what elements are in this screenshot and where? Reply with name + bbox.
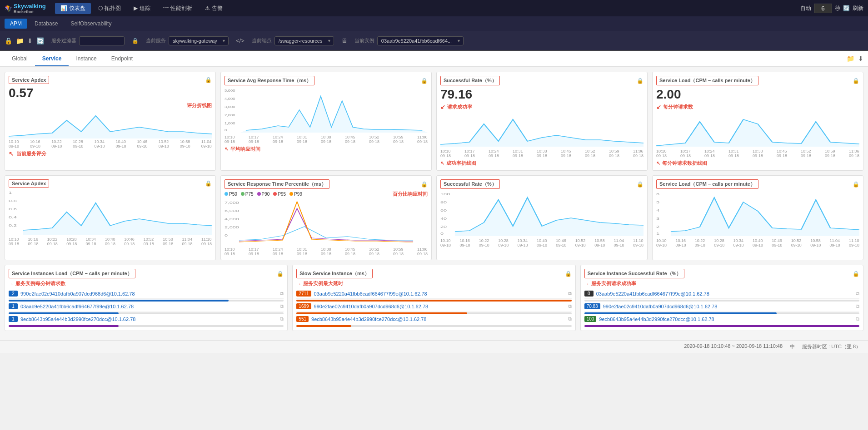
tab-bar: Global Service Instance Endpoint 📁 ⬇ bbox=[0, 51, 868, 67]
tab-instance[interactable]: Instance bbox=[69, 52, 104, 66]
sub-nav-database[interactable]: Database bbox=[29, 19, 63, 29]
instance-success-copy-2[interactable]: ⧉ bbox=[856, 303, 859, 309]
auto-label: 自动 bbox=[800, 5, 811, 12]
service-load-value: 2.00 bbox=[656, 87, 859, 102]
slow-instance-progress-3 bbox=[296, 325, 571, 327]
service-filter-input[interactable] bbox=[79, 36, 125, 45]
filter-bar: 🔒 📁 ⬇ 🔄 服务过滤器 🔒 当前服务 skywalking-gateway … bbox=[0, 31, 868, 51]
nav-dashboard[interactable]: 📊 仪表盘 bbox=[55, 3, 91, 14]
bottom-status: 2020-09-18 10:10:48 ~ 2020-09-18 11:10:4… bbox=[0, 340, 868, 353]
svg-text:5: 5 bbox=[656, 200, 659, 204]
tab-folder-icon[interactable]: 📁 bbox=[847, 55, 854, 62]
download-icon[interactable]: ⬇ bbox=[27, 37, 33, 44]
success-rate-lock: 🔒 bbox=[637, 78, 644, 84]
instances-load-title: Service Instances Load（CPM – calls per m… bbox=[9, 269, 135, 278]
percentile-card: Service Response Time Percentile（ms） 🔒 P… bbox=[220, 175, 432, 260]
percentile-header: Service Response Time Percentile（ms） 🔒 bbox=[224, 179, 428, 189]
service-load-annotation2: 每分钟请求数折线图 bbox=[662, 160, 707, 167]
nav-topology[interactable]: ⬡ 拓扑图 bbox=[93, 3, 126, 14]
nav-profiling[interactable]: 〰 性能剖析 bbox=[158, 3, 198, 14]
instance-success-name-3: 9ecb8643b95a4e44b3d2990fce270dcc@10.1.62… bbox=[599, 316, 853, 322]
avg-response-lock: 🔒 bbox=[421, 78, 428, 84]
svg-text:0.2: 0.2 bbox=[9, 223, 17, 227]
tab-endpoint[interactable]: Endpoint bbox=[104, 52, 140, 66]
refresh-icon[interactable]: 🔄 bbox=[843, 5, 850, 11]
refresh-label[interactable]: 刷新 bbox=[853, 5, 863, 12]
svg-marker-9 bbox=[656, 119, 859, 147]
time-range: 2020-09-18 10:10:48 ~ 2020-09-18 11:10:4… bbox=[684, 343, 783, 350]
svg-text:2,000: 2,000 bbox=[224, 225, 239, 229]
success-rate-line-title: Successful Rate（%） bbox=[440, 179, 500, 189]
apdex-chart-annotation: 评分折线图 bbox=[187, 102, 212, 109]
success-rate-annotation: 请求成功率 bbox=[447, 104, 472, 110]
instance-copy-1[interactable]: ⧉ bbox=[280, 291, 284, 297]
nav-alarm[interactable]: ⚠ 告警 bbox=[200, 3, 228, 14]
svg-text:100: 100 bbox=[440, 192, 450, 196]
current-instance-select-wrap: 03aab9e5220a41fbb6cadf664... bbox=[377, 36, 464, 45]
sub-nav-self[interactable]: SelfObservability bbox=[65, 19, 117, 29]
svg-text:0: 0 bbox=[440, 231, 444, 235]
legend-p99: P99 bbox=[289, 192, 302, 197]
service-apdex-chart bbox=[9, 102, 212, 138]
service-filter-label: 服务过滤器 bbox=[51, 37, 76, 44]
instance-success-badge-3: 100 bbox=[584, 316, 597, 322]
instance-copy-2[interactable]: ⧉ bbox=[280, 303, 284, 309]
instance-success-row-3: 100 9ecb8643b95a4e44b3d2990fce270dcc@10.… bbox=[584, 314, 859, 324]
service-load-line-title: Service Load（CPM – calls per minute） bbox=[656, 179, 758, 189]
service-apdex-lock: 🔒 bbox=[205, 77, 212, 83]
brand-logo: 🪁 Skywalking Rocketbot bbox=[5, 3, 46, 14]
filter-icons: 🔒 📁 ⬇ 🔄 bbox=[5, 37, 44, 44]
svg-text:7,000: 7,000 bbox=[224, 200, 239, 204]
tab-service[interactable]: Service bbox=[35, 52, 69, 66]
success-rate-line-x-axis: 10:1009-1810:1609-1810:2209-1810:2809-18… bbox=[440, 238, 644, 247]
slow-instance-copy-1[interactable]: ⧉ bbox=[568, 291, 572, 297]
slow-instance-name-2: 990e2fae02c9410dafb0a907dcd968d6@10.1.62… bbox=[314, 304, 565, 309]
avg-response-card: Service Avg Response Time（ms） 🔒 5,000 4,… bbox=[220, 72, 432, 171]
instance-success-copy-1[interactable]: ⧉ bbox=[856, 291, 859, 297]
svg-text:1,000: 1,000 bbox=[224, 121, 235, 125]
current-endpoint-select[interactable]: /swagger-resources bbox=[274, 36, 334, 45]
current-service-select-wrap: skywalking-gateway bbox=[169, 36, 229, 45]
refresh-small-icon[interactable]: 🔄 bbox=[36, 37, 44, 44]
svg-text:4,000: 4,000 bbox=[224, 217, 239, 221]
service-apdex-line-chart: 1 0.8 0.6 0.4 0.2 bbox=[9, 189, 212, 235]
service-load-lock: 🔒 bbox=[853, 78, 859, 84]
seconds-unit: 秒 bbox=[835, 5, 840, 12]
avg-response-title: Service Avg Response Time（ms） bbox=[224, 76, 314, 85]
seconds-input[interactable] bbox=[814, 4, 832, 13]
svg-text:3: 3 bbox=[656, 216, 659, 220]
tab-global[interactable]: Global bbox=[5, 52, 35, 66]
slow-instance-copy-2[interactable]: ⧉ bbox=[568, 303, 572, 309]
brand-name: Skywalking bbox=[14, 3, 46, 10]
instance-copy-3[interactable]: ⧉ bbox=[280, 316, 284, 322]
tab-download-icon[interactable]: ⬇ bbox=[858, 55, 863, 62]
success-rate-line-chart: 100 80 60 40 20 0 bbox=[440, 191, 644, 236]
instance-success-copy-3[interactable]: ⧉ bbox=[856, 316, 859, 322]
service-apdex-line-title: Service Apdex bbox=[9, 179, 49, 188]
instance-success-rate-card: Service Instance Successful Rate（%） 🔒 → … bbox=[580, 265, 863, 331]
code-icon: </> bbox=[236, 37, 244, 44]
slow-instance-copy-3[interactable]: ⧉ bbox=[568, 316, 572, 322]
row3-grid: Service Instances Load（CPM – calls per m… bbox=[5, 265, 863, 331]
instance-success-badge-2: 70.83 bbox=[584, 303, 600, 309]
svg-text:0.8: 0.8 bbox=[9, 198, 17, 203]
current-service-select[interactable]: skywalking-gateway bbox=[169, 36, 229, 45]
lock-icon-2: 🔒 bbox=[132, 38, 139, 44]
nav-right: 自动 秒 🔄 刷新 bbox=[800, 4, 863, 13]
current-instance-select[interactable]: 03aab9e5220a41fbb6cadf664... bbox=[377, 36, 464, 45]
instance-success-name-1: 03aab9e5220a41fbb6cadf664677f99e@10.1.62… bbox=[596, 291, 853, 297]
sub-nav-apm[interactable]: APM bbox=[5, 19, 27, 29]
svg-marker-8 bbox=[440, 119, 644, 147]
service-apdex-header: Service Apdex 🔒 bbox=[9, 76, 212, 84]
folder-icon[interactable]: 📁 bbox=[16, 37, 24, 44]
nav-trace[interactable]: ▶ 追踪 bbox=[128, 3, 156, 14]
instance-success-badge-1: 0 bbox=[584, 291, 594, 297]
slow-instance-title: Slow Service Instance（ms） bbox=[296, 269, 372, 278]
svg-text:6: 6 bbox=[656, 192, 659, 196]
legend-p50: P50 bbox=[224, 192, 237, 197]
slow-instance-header: Slow Service Instance（ms） 🔒 bbox=[296, 269, 571, 278]
service-load-title: Service Load（CPM – calls per minute） bbox=[656, 76, 758, 85]
service-load-line-x-axis: 10:1009-1810:1609-1810:2209-1810:2809-18… bbox=[656, 238, 859, 247]
instance-load-name-1: 990e2fae02c9410dafb0a907dcd968d6@10.1.62… bbox=[20, 291, 277, 297]
service-load-line-chart: 6 5 4 3 2 1 bbox=[656, 191, 859, 236]
